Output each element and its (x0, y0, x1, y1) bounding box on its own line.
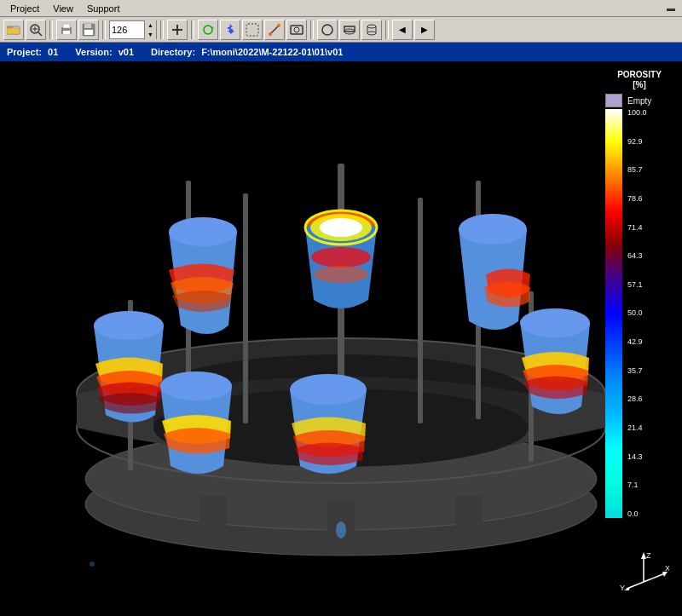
z-axis-label: Z (646, 551, 651, 560)
legend-val-6: 57.1 (627, 281, 647, 289)
legend-empty-row: Empty (605, 94, 673, 107)
svg-point-25 (367, 25, 376, 28)
viewport[interactable]: POROSITY [%] Empty 100.0 92.9 85.7 78.6 … (0, 61, 682, 616)
print-button[interactable] (56, 20, 77, 40)
separator-2 (102, 20, 106, 39)
menu-project[interactable]: Project (3, 2, 46, 15)
prev-btn[interactable]: ◀ (392, 20, 413, 40)
legend-val-4: 71.4 (627, 224, 647, 232)
add-button[interactable] (167, 20, 188, 40)
legend-val-8: 42.9 (627, 338, 647, 346)
legend-val-14: 0.0 (627, 510, 647, 518)
svg-rect-42 (455, 496, 483, 538)
legend-val-12: 14.3 (627, 453, 647, 461)
svg-rect-8 (63, 24, 70, 28)
axis-indicator: Z X Y (618, 548, 669, 590)
select-btn[interactable] (242, 20, 263, 40)
legend-val-3: 78.6 (627, 195, 647, 203)
svg-point-18 (269, 32, 272, 36)
legend-empty-label: Empty (627, 96, 651, 106)
svg-point-53 (320, 218, 362, 237)
svg-rect-11 (84, 30, 93, 35)
directory-label: Directory: F:\moni\2022\M-22122-01\01\v0… (151, 47, 343, 57)
svg-point-60 (160, 371, 232, 400)
legend-val-13: 7.1 (627, 481, 647, 489)
separator-1 (49, 20, 53, 39)
toolbar: 126 ▲ ▼ (0, 17, 682, 43)
legend-val-10: 28.6 (627, 395, 647, 403)
screenshot-btn[interactable] (286, 20, 307, 40)
legend-val-7: 50.0 (627, 309, 647, 317)
spin-down-button[interactable]: ▼ (145, 30, 156, 39)
measure-btn[interactable] (264, 20, 285, 40)
rect-btn[interactable] (339, 20, 360, 40)
spin-up-button[interactable]: ▲ (145, 20, 156, 30)
svg-rect-48 (243, 193, 248, 423)
version-label: Version: v01 (75, 47, 134, 57)
3d-scene (0, 61, 682, 616)
menu-bar: Project View Support ▬ (0, 0, 682, 17)
svg-point-14 (204, 26, 212, 34)
svg-point-57 (459, 214, 527, 245)
legend-gradient-bar (605, 109, 622, 518)
zoom-button[interactable] (26, 20, 46, 40)
next-btn[interactable]: ▶ (414, 20, 435, 40)
rotate-btn[interactable] (198, 20, 218, 40)
svg-rect-10 (84, 24, 91, 28)
svg-rect-40 (199, 496, 227, 538)
svg-point-58 (94, 311, 164, 340)
separator-4 (191, 20, 194, 39)
separator-5 (310, 20, 314, 39)
legend-empty-box (605, 94, 622, 107)
legend-val-0: 100.0 (627, 109, 647, 117)
svg-point-56 (169, 217, 237, 246)
value-input[interactable]: 126 (110, 21, 144, 38)
spin-buttons: ▲ ▼ (144, 20, 156, 39)
svg-point-54 (311, 247, 371, 268)
svg-point-59 (520, 308, 590, 337)
svg-point-62 (336, 521, 346, 538)
svg-line-3 (38, 32, 42, 36)
pan-btn[interactable] (220, 20, 240, 40)
svg-point-22 (322, 25, 332, 35)
cyl-btn[interactable] (361, 20, 382, 40)
legend-gradient-container: 100.0 92.9 85.7 78.6 71.4 64.3 57.1 50.0… (605, 109, 673, 518)
menu-view[interactable]: View (46, 2, 80, 15)
svg-marker-15 (228, 24, 234, 34)
svg-rect-16 (246, 24, 258, 36)
legend-val-1: 92.9 (627, 138, 647, 146)
svg-point-28 (367, 32, 376, 35)
save-button[interactable] (78, 20, 99, 40)
svg-point-21 (294, 27, 299, 32)
legend-labels: 100.0 92.9 85.7 78.6 71.4 64.3 57.1 50.0… (627, 109, 647, 518)
y-axis-label: Y (620, 584, 625, 590)
x-axis-label: X (665, 564, 669, 573)
legend-val-9: 35.7 (627, 367, 647, 375)
open-folder-button[interactable] (3, 20, 24, 40)
legend-title: POROSITY [%] (605, 70, 673, 90)
color-legend: POROSITY [%] Empty 100.0 92.9 85.7 78.6 … (605, 70, 673, 518)
separator-6 (385, 20, 389, 39)
svg-rect-7 (63, 31, 70, 34)
legend-val-5: 64.3 (627, 252, 647, 260)
menu-support[interactable]: Support (80, 2, 127, 15)
circle-btn[interactable] (317, 20, 338, 40)
legend-val-2: 85.7 (627, 166, 647, 174)
svg-point-55 (314, 266, 368, 283)
legend-val-11: 21.4 (627, 424, 647, 432)
svg-point-63 (90, 561, 95, 567)
axis-svg: Z X Y (618, 548, 669, 590)
svg-point-19 (277, 24, 280, 27)
project-label: Project: 01 (7, 47, 58, 57)
value-input-group: 126 ▲ ▼ (109, 20, 157, 39)
svg-point-61 (290, 374, 367, 405)
status-bar: Project: 01 Version: v01 Directory: F:\m… (0, 43, 682, 61)
svg-rect-49 (418, 198, 423, 423)
svg-line-66 (644, 573, 665, 582)
separator-3 (160, 20, 164, 39)
